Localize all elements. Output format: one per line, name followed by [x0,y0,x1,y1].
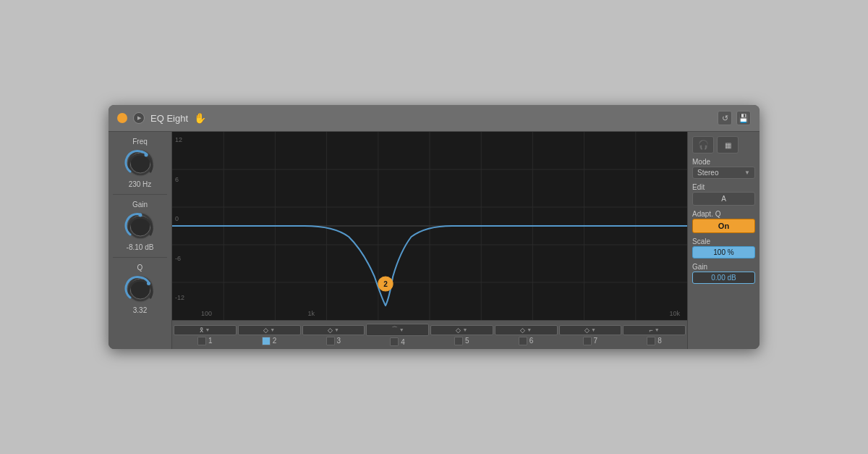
output-gain-value[interactable]: 0.00 dB [692,272,755,284]
band-8-checkbox[interactable] [647,337,655,345]
plugin-title: EQ Eight [150,113,188,124]
mode-select[interactable]: Stereo ▼ [692,167,755,179]
title-right-controls: ↺ 💾 [718,111,751,125]
band-3-shape[interactable]: ◇ ▼ [302,325,365,335]
adapt-q-button[interactable]: On [692,219,755,233]
band-6-group: ◇ ▼ 6 [495,325,558,345]
band-5-number: 5 [465,337,469,345]
band-2-number: 2 [273,337,277,345]
left-panel: Freq 230 Hz Gain [109,132,172,349]
q-section: Q 3.32 [113,264,167,314]
band-1-row: 1 [197,337,213,345]
band-7-group: ◇ ▼ 7 [559,325,622,345]
band-6-number: 6 [529,337,534,345]
mode-label: Mode [692,158,755,166]
spectrum-icon: ▦ [725,141,731,149]
band-2-row: 2 [262,337,277,345]
edit-button[interactable]: A [692,192,755,206]
band-1-shape[interactable]: x̃ ▼ [174,325,237,335]
band-2-group: ◇ ▼ 2 [238,325,301,345]
band-5-shape[interactable]: ◇ ▼ [430,325,493,335]
q-value: 3.32 [133,306,147,314]
gain-value-display: -8.10 dB [127,243,154,251]
band-7-checkbox[interactable] [583,337,592,345]
edit-value: A [721,195,726,203]
eq-curve-svg: 2 [172,132,687,320]
band-2-shape[interactable]: ◇ ▼ [238,325,301,335]
play-button[interactable] [133,112,145,124]
scale-label: Scale [692,237,755,245]
center-panel: 12 6 0 -6 -12 100 1k 10k [172,132,687,349]
band-3-number: 3 [337,337,341,345]
band-7-row: 7 [583,337,598,345]
freq-value: 230 Hz [129,180,152,188]
band-1-number: 1 [208,337,213,345]
scale-section: Scale 100 % [692,237,755,258]
band-4-shape[interactable]: ⌒ ▼ [366,324,429,336]
band-2-checkbox[interactable] [262,337,271,345]
gain-section: Gain -8.10 dB [113,201,167,251]
q-knob[interactable] [124,273,156,305]
adapt-q-label: Adapt. Q [692,210,755,218]
band-5-checkbox[interactable] [454,337,463,345]
freq-knob[interactable] [124,147,156,179]
mode-value: Stereo [697,169,718,177]
band-3-row: 3 [326,337,341,345]
q-label: Q [137,264,143,272]
band-1-group: x̃ ▼ 1 [174,325,237,345]
svg-text:2: 2 [383,280,388,288]
band-8-group: ⌐ ▼ 8 [623,325,686,345]
save-button[interactable]: 💾 [736,111,751,125]
scale-value: 100 % [713,248,733,256]
band-8-number: 8 [658,337,662,345]
hand-icon: ✋ [194,112,206,124]
band-4-checkbox[interactable] [390,337,399,346]
mode-section: Mode Stereo ▼ [692,158,755,179]
headphone-icon: 🎧 [698,140,709,150]
plugin-window: EQ Eight ✋ ↺ 💾 Freq [109,105,760,349]
gain-label: Gain [132,201,148,209]
band-3-checkbox[interactable] [326,337,335,345]
gain-value-text: 0.00 dB [711,274,736,282]
svg-point-8 [147,282,150,285]
band-7-number: 7 [594,337,598,345]
band-4-group: ⌒ ▼ 4 [366,324,429,346]
main-content: Freq 230 Hz Gain [109,132,760,349]
title-bar: EQ Eight ✋ ↺ 💾 [109,105,760,132]
band-6-row: 6 [519,337,534,345]
headphone-button[interactable]: 🎧 [692,136,714,154]
band-8-row: 8 [647,337,662,345]
band-6-shape[interactable]: ◇ ▼ [495,325,558,335]
mode-dropdown-arrow: ▼ [744,169,750,176]
band-5-row: 5 [454,337,469,345]
spectrum-button[interactable]: ▦ [717,136,739,154]
output-gain-label: Gain [692,263,755,271]
svg-point-5 [138,214,142,217]
edit-label: Edit [692,183,755,191]
scale-button[interactable]: 100 % [692,246,755,258]
svg-point-2 [144,154,148,157]
output-gain-section: Gain 0.00 dB [692,263,755,284]
band-1-checkbox[interactable] [197,337,206,345]
preset-prev-button[interactable]: ↺ [718,111,732,125]
band-6-checkbox[interactable] [519,337,527,345]
adapt-q-value: On [718,222,729,230]
band-4-number: 4 [401,338,405,346]
freq-section: Freq 230 Hz [113,138,167,188]
freq-label: Freq [132,138,148,146]
band-4-row: 4 [390,337,405,346]
band-bar: x̃ ▼ 1 ◇ ▼ 2 [172,320,687,349]
band-8-shape[interactable]: ⌐ ▼ [623,325,686,335]
status-dot [117,113,127,123]
eq-display[interactable]: 12 6 0 -6 -12 100 1k 10k [172,132,687,320]
right-top-buttons: 🎧 ▦ [692,136,755,154]
band-5-group: ◇ ▼ 5 [430,325,493,345]
band-7-shape[interactable]: ◇ ▼ [559,325,622,335]
adapt-q-section: Adapt. Q On [692,210,755,233]
right-panel: 🎧 ▦ Mode Stereo ▼ Edit A [687,132,760,349]
band-3-group: ◇ ▼ 3 [302,325,365,345]
edit-section: Edit A [692,183,755,206]
gain-knob[interactable] [124,210,156,242]
